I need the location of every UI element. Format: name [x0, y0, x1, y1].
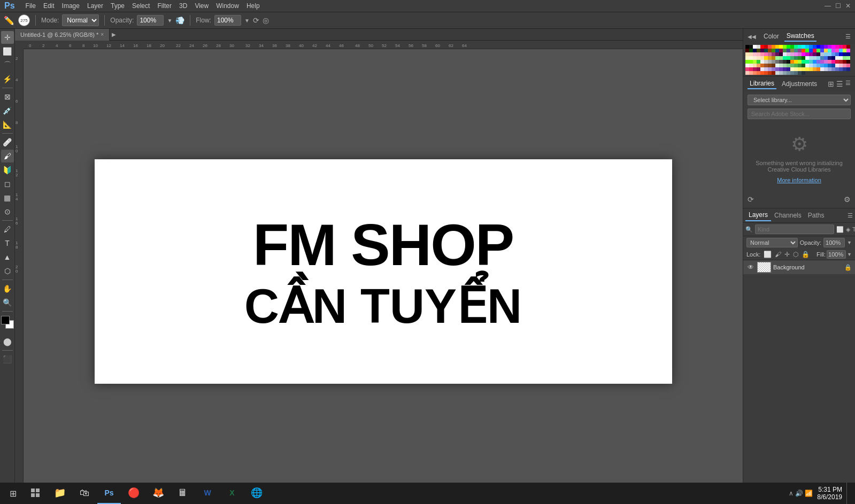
color-swatch[interactable] — [764, 67, 768, 71]
color-swatch[interactable] — [749, 67, 753, 71]
color-swatch[interactable] — [768, 52, 772, 56]
clone-tool[interactable]: 🔰 — [1, 164, 14, 176]
color-swatch[interactable] — [783, 49, 787, 52]
color-swatch[interactable] — [794, 45, 798, 49]
color-swatch[interactable] — [809, 45, 813, 49]
tab-swatches[interactable]: Swatches — [784, 31, 817, 42]
taskbar-store[interactable]: 🛍 — [73, 483, 96, 504]
color-swatch[interactable] — [757, 52, 760, 56]
color-swatch[interactable] — [843, 67, 846, 71]
color-swatch[interactable] — [790, 71, 794, 75]
color-swatch[interactable] — [772, 45, 775, 49]
color-swatch[interactable] — [775, 52, 779, 56]
tab-color[interactable]: Color — [761, 32, 781, 41]
color-swatch[interactable] — [802, 67, 805, 71]
color-swatch[interactable] — [831, 67, 835, 71]
color-swatch[interactable] — [764, 71, 768, 75]
color-swatch[interactable] — [764, 60, 768, 64]
color-swatch[interactable] — [839, 45, 843, 49]
color-swatch[interactable] — [794, 56, 798, 60]
color-swatch[interactable] — [843, 56, 846, 60]
color-swatch[interactable] — [798, 60, 802, 64]
color-swatch[interactable] — [757, 56, 760, 60]
color-swatch[interactable] — [820, 52, 824, 56]
color-swatch[interactable] — [768, 60, 772, 64]
taskbar-chrome[interactable]: 🌐 — [245, 483, 268, 504]
minimize-btn[interactable]: — — [825, 2, 831, 10]
show-desktop-btn[interactable] — [846, 483, 849, 504]
color-swatch[interactable] — [843, 64, 846, 67]
color-swatch[interactable] — [809, 52, 813, 56]
color-swatch[interactable] — [824, 60, 828, 64]
color-swatch[interactable] — [824, 56, 828, 60]
color-swatch[interactable] — [820, 49, 824, 52]
color-swatch[interactable] — [835, 49, 839, 52]
color-swatch[interactable] — [772, 67, 775, 71]
color-swatch[interactable] — [843, 49, 846, 52]
tab-close-btn[interactable]: × — [101, 32, 104, 37]
menu-help[interactable]: Help — [247, 2, 260, 10]
color-swatch[interactable] — [753, 67, 757, 71]
hand-tool[interactable]: ✋ — [1, 282, 14, 295]
color-swatch[interactable] — [809, 60, 813, 64]
color-swatch[interactable] — [798, 49, 802, 52]
lasso-tool[interactable]: ⌒ — [1, 59, 14, 72]
color-swatch[interactable] — [760, 49, 764, 52]
color-swatch[interactable] — [828, 60, 831, 64]
start-button[interactable]: ⊞ — [2, 483, 24, 504]
tab-paths[interactable]: Paths — [805, 210, 828, 221]
color-swatch[interactable] — [798, 71, 802, 75]
color-swatch[interactable] — [828, 52, 831, 56]
foreground-color-swatch[interactable] — [1, 316, 10, 324]
color-swatch[interactable] — [768, 67, 772, 71]
color-swatch[interactable] — [760, 64, 764, 67]
color-swatch[interactable] — [749, 56, 753, 60]
color-swatch[interactable] — [790, 60, 794, 64]
menu-edit[interactable]: Edit — [43, 2, 55, 10]
color-swatch[interactable] — [783, 71, 787, 75]
spot-heal-tool[interactable]: 🩹 — [1, 136, 14, 149]
color-swatch[interactable] — [820, 64, 824, 67]
color-swatch[interactable] — [798, 64, 802, 67]
color-swatch[interactable] — [757, 60, 760, 64]
taskbar-file-explorer[interactable]: 📁 — [48, 483, 72, 504]
layer-opacity-dropdown[interactable]: ▼ — [847, 240, 852, 245]
color-swatch[interactable] — [824, 64, 828, 67]
menu-layer[interactable]: Layer — [87, 2, 103, 10]
color-swatch[interactable] — [798, 67, 802, 71]
color-swatch[interactable] — [824, 67, 828, 71]
color-swatch[interactable] — [809, 49, 813, 52]
color-swatch[interactable] — [846, 52, 850, 56]
library-search[interactable] — [748, 108, 851, 119]
color-swatch[interactable] — [764, 45, 768, 49]
zoom-tool[interactable]: 🔍 — [1, 296, 14, 309]
color-swatch[interactable] — [745, 60, 749, 64]
color-swatch[interactable] — [749, 64, 753, 67]
symmetry-icon[interactable]: ◎ — [263, 16, 269, 25]
color-swatch[interactable] — [757, 45, 760, 49]
eyedropper-tool[interactable]: 💉 — [1, 104, 14, 117]
color-swatch[interactable] — [768, 49, 772, 52]
color-swatch[interactable] — [772, 64, 775, 67]
taskbar-firefox[interactable]: 🦊 — [147, 483, 170, 504]
color-swatch[interactable] — [790, 56, 794, 60]
color-swatch[interactable] — [749, 45, 753, 49]
eraser-tool[interactable]: ◻ — [1, 177, 14, 190]
color-swatch[interactable] — [831, 60, 835, 64]
lock-transparency[interactable]: ⬜ — [764, 251, 772, 258]
color-swatch[interactable] — [787, 60, 790, 64]
menu-3d[interactable]: 3D — [179, 2, 187, 10]
color-swatch[interactable] — [753, 60, 757, 64]
color-swatch[interactable] — [835, 52, 839, 56]
color-swatch[interactable] — [846, 49, 850, 52]
menu-view[interactable]: View — [195, 2, 209, 10]
color-swatch[interactable] — [820, 45, 824, 49]
lock-pixels[interactable]: 🖌 — [775, 251, 781, 258]
color-swatch[interactable] — [794, 71, 798, 75]
color-swatch[interactable] — [794, 60, 798, 64]
close-btn[interactable]: ✕ — [845, 2, 851, 10]
lib-more-info-link[interactable]: More information — [777, 177, 821, 183]
color-swatch[interactable] — [779, 71, 783, 75]
color-swatch[interactable] — [775, 60, 779, 64]
color-swatch[interactable] — [813, 60, 817, 64]
